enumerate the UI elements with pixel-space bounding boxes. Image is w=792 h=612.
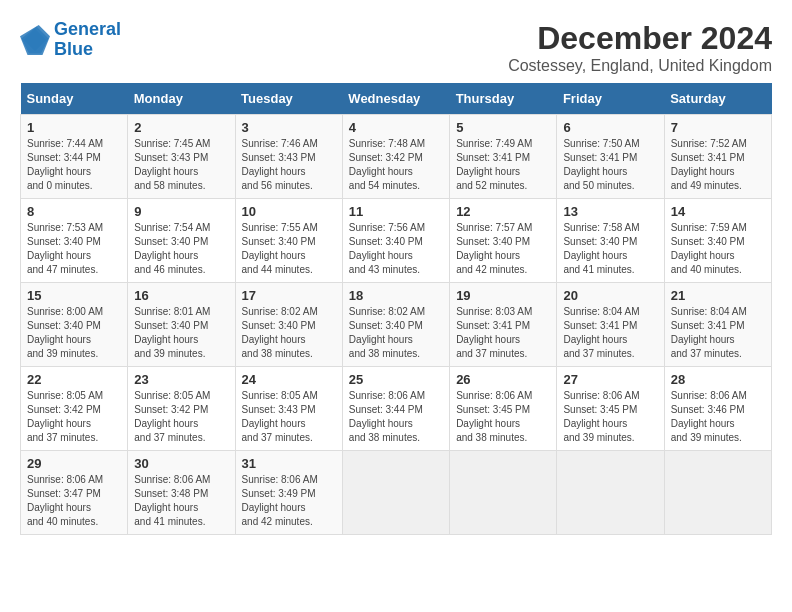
daylight-label: Daylight hours (134, 502, 198, 513)
day-detail: Sunrise: 8:03 AM Sunset: 3:41 PM Dayligh… (456, 305, 550, 361)
day-number: 27 (563, 372, 657, 387)
sunset-info: Sunset: 3:42 PM (349, 152, 423, 163)
daylight-label: Daylight hours (242, 502, 306, 513)
sunrise-info: Sunrise: 8:05 AM (242, 390, 318, 401)
day-cell: 31 Sunrise: 8:06 AM Sunset: 3:49 PM Dayl… (235, 451, 342, 535)
sunrise-info: Sunrise: 7:50 AM (563, 138, 639, 149)
daylight-duration: and 39 minutes. (27, 348, 98, 359)
daylight-duration: and 0 minutes. (27, 180, 93, 191)
sunset-info: Sunset: 3:45 PM (563, 404, 637, 415)
day-cell (557, 451, 664, 535)
daylight-label: Daylight hours (349, 418, 413, 429)
day-cell: 1 Sunrise: 7:44 AM Sunset: 3:44 PM Dayli… (21, 115, 128, 199)
daylight-label: Daylight hours (134, 166, 198, 177)
day-detail: Sunrise: 8:06 AM Sunset: 3:46 PM Dayligh… (671, 389, 765, 445)
daylight-duration: and 41 minutes. (563, 264, 634, 275)
calendar-header: SundayMondayTuesdayWednesdayThursdayFrid… (21, 83, 772, 115)
daylight-label: Daylight hours (563, 250, 627, 261)
day-cell: 29 Sunrise: 8:06 AM Sunset: 3:47 PM Dayl… (21, 451, 128, 535)
header-cell-saturday: Saturday (664, 83, 771, 115)
daylight-duration: and 37 minutes. (563, 348, 634, 359)
daylight-duration: and 37 minutes. (671, 348, 742, 359)
day-detail: Sunrise: 8:06 AM Sunset: 3:45 PM Dayligh… (563, 389, 657, 445)
daylight-label: Daylight hours (242, 334, 306, 345)
daylight-label: Daylight hours (242, 418, 306, 429)
day-cell: 17 Sunrise: 8:02 AM Sunset: 3:40 PM Dayl… (235, 283, 342, 367)
daylight-label: Daylight hours (671, 166, 735, 177)
daylight-duration: and 43 minutes. (349, 264, 420, 275)
daylight-duration: and 38 minutes. (349, 432, 420, 443)
day-detail: Sunrise: 7:53 AM Sunset: 3:40 PM Dayligh… (27, 221, 121, 277)
sunset-info: Sunset: 3:40 PM (563, 236, 637, 247)
day-detail: Sunrise: 7:58 AM Sunset: 3:40 PM Dayligh… (563, 221, 657, 277)
daylight-duration: and 41 minutes. (134, 516, 205, 527)
sunset-info: Sunset: 3:44 PM (27, 152, 101, 163)
daylight-label: Daylight hours (242, 250, 306, 261)
day-cell (342, 451, 449, 535)
daylight-label: Daylight hours (456, 418, 520, 429)
daylight-label: Daylight hours (27, 418, 91, 429)
day-cell: 3 Sunrise: 7:46 AM Sunset: 3:43 PM Dayli… (235, 115, 342, 199)
daylight-label: Daylight hours (134, 418, 198, 429)
daylight-label: Daylight hours (671, 250, 735, 261)
day-number: 10 (242, 204, 336, 219)
sunset-info: Sunset: 3:40 PM (134, 236, 208, 247)
day-detail: Sunrise: 8:04 AM Sunset: 3:41 PM Dayligh… (671, 305, 765, 361)
daylight-label: Daylight hours (563, 334, 627, 345)
sunset-info: Sunset: 3:41 PM (671, 320, 745, 331)
calendar-table: SundayMondayTuesdayWednesdayThursdayFrid… (20, 83, 772, 535)
day-cell: 25 Sunrise: 8:06 AM Sunset: 3:44 PM Dayl… (342, 367, 449, 451)
day-cell: 9 Sunrise: 7:54 AM Sunset: 3:40 PM Dayli… (128, 199, 235, 283)
day-number: 1 (27, 120, 121, 135)
sunset-info: Sunset: 3:43 PM (134, 152, 208, 163)
day-cell: 24 Sunrise: 8:05 AM Sunset: 3:43 PM Dayl… (235, 367, 342, 451)
day-detail: Sunrise: 8:05 AM Sunset: 3:43 PM Dayligh… (242, 389, 336, 445)
sunrise-info: Sunrise: 8:06 AM (134, 474, 210, 485)
day-cell: 28 Sunrise: 8:06 AM Sunset: 3:46 PM Dayl… (664, 367, 771, 451)
day-number: 12 (456, 204, 550, 219)
sunrise-info: Sunrise: 8:04 AM (563, 306, 639, 317)
daylight-duration: and 46 minutes. (134, 264, 205, 275)
day-cell: 21 Sunrise: 8:04 AM Sunset: 3:41 PM Dayl… (664, 283, 771, 367)
page-header: General Blue December 2024 Costessey, En… (20, 20, 772, 75)
logo-text: General Blue (54, 20, 121, 60)
daylight-duration: and 56 minutes. (242, 180, 313, 191)
sunset-info: Sunset: 3:40 PM (134, 320, 208, 331)
daylight-label: Daylight hours (671, 334, 735, 345)
day-number: 15 (27, 288, 121, 303)
sunset-info: Sunset: 3:42 PM (134, 404, 208, 415)
daylight-duration: and 44 minutes. (242, 264, 313, 275)
day-detail: Sunrise: 8:06 AM Sunset: 3:49 PM Dayligh… (242, 473, 336, 529)
daylight-duration: and 38 minutes. (456, 432, 527, 443)
header-row: SundayMondayTuesdayWednesdayThursdayFrid… (21, 83, 772, 115)
day-detail: Sunrise: 8:02 AM Sunset: 3:40 PM Dayligh… (349, 305, 443, 361)
week-row-1: 1 Sunrise: 7:44 AM Sunset: 3:44 PM Dayli… (21, 115, 772, 199)
day-number: 17 (242, 288, 336, 303)
subtitle: Costessey, England, United Kingdom (508, 57, 772, 75)
sunrise-info: Sunrise: 8:04 AM (671, 306, 747, 317)
daylight-label: Daylight hours (134, 250, 198, 261)
daylight-label: Daylight hours (27, 250, 91, 261)
day-detail: Sunrise: 7:49 AM Sunset: 3:41 PM Dayligh… (456, 137, 550, 193)
daylight-label: Daylight hours (456, 250, 520, 261)
sunset-info: Sunset: 3:48 PM (134, 488, 208, 499)
logo-icon (20, 25, 50, 55)
sunset-info: Sunset: 3:49 PM (242, 488, 316, 499)
week-row-5: 29 Sunrise: 8:06 AM Sunset: 3:47 PM Dayl… (21, 451, 772, 535)
sunset-info: Sunset: 3:43 PM (242, 152, 316, 163)
header-cell-monday: Monday (128, 83, 235, 115)
day-number: 26 (456, 372, 550, 387)
day-detail: Sunrise: 7:59 AM Sunset: 3:40 PM Dayligh… (671, 221, 765, 277)
day-detail: Sunrise: 8:00 AM Sunset: 3:40 PM Dayligh… (27, 305, 121, 361)
sunset-info: Sunset: 3:46 PM (671, 404, 745, 415)
daylight-duration: and 38 minutes. (242, 348, 313, 359)
sunset-info: Sunset: 3:40 PM (456, 236, 530, 247)
sunrise-info: Sunrise: 7:48 AM (349, 138, 425, 149)
logo-line2: Blue (54, 39, 93, 59)
sunrise-info: Sunrise: 7:44 AM (27, 138, 103, 149)
daylight-duration: and 49 minutes. (671, 180, 742, 191)
day-number: 19 (456, 288, 550, 303)
sunrise-info: Sunrise: 8:00 AM (27, 306, 103, 317)
sunrise-info: Sunrise: 8:05 AM (134, 390, 210, 401)
day-detail: Sunrise: 7:52 AM Sunset: 3:41 PM Dayligh… (671, 137, 765, 193)
